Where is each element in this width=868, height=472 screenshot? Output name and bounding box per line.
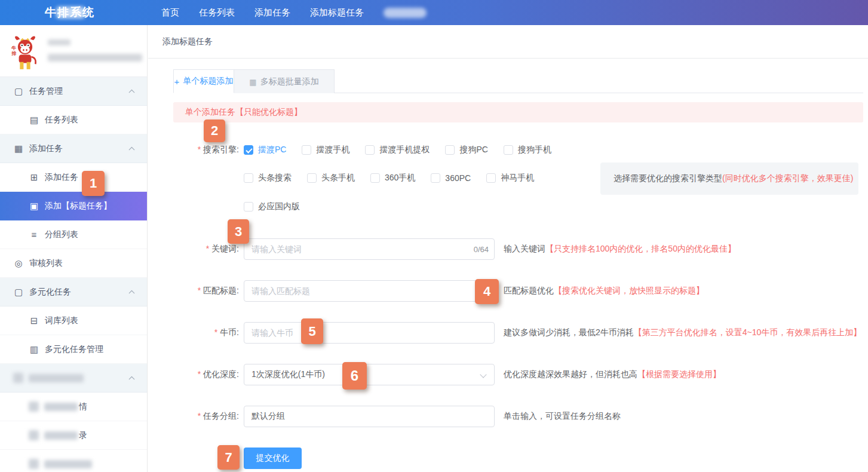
checkbox-icon	[486, 173, 496, 183]
task-group-hint: 单击输入，可设置任务分组名称	[504, 411, 621, 422]
title-task-icon	[29, 201, 39, 212]
chevron-up-icon	[129, 146, 135, 152]
user-info-blurred	[48, 36, 142, 76]
checkbox-360-pc[interactable]: 360PC	[431, 173, 471, 183]
callout-badge-7: 7	[217, 445, 240, 470]
sidebar-item-blurred-2[interactable]: 录	[0, 421, 147, 450]
checkbox-sogou-mobile[interactable]: 搜狗手机	[504, 145, 551, 155]
keyword-input[interactable]	[244, 238, 495, 260]
callout-badge-3: 3	[228, 219, 249, 244]
field-label-depth: *优化深度:	[173, 369, 239, 380]
batch-icon	[249, 77, 256, 87]
depth-select-value: 1次深度优化(1牛币)	[251, 369, 325, 380]
checkbox-checked-icon	[244, 145, 253, 155]
coin-input[interactable]	[244, 322, 495, 344]
sidebar-item-review-list[interactable]: 审核列表	[0, 249, 147, 278]
blurred-label	[44, 460, 92, 468]
submit-optimize-button[interactable]: 提交优化	[244, 448, 302, 469]
lexicon-icon	[29, 315, 39, 326]
keyword-row: *关键词: 0/64 输入关键词【只支持排名100内的优化，排名50内的优化最佳…	[173, 238, 868, 260]
sidebar-item-label: 任务列表	[45, 115, 78, 125]
sidebar-item-label-suffix: 录	[79, 430, 87, 441]
tab-label: 单个标题添加	[183, 76, 233, 87]
sidebar-group-label: 任务管理	[29, 86, 63, 97]
blurred-icon	[29, 459, 39, 469]
sidebar-menu: 任务管理 任务列表 添加任务 添加任务 添加【标题任务】	[0, 77, 147, 472]
nav-item-task-list[interactable]: 任务列表	[199, 7, 235, 19]
nav-item-add-title-task[interactable]: 添加标题任务	[310, 7, 364, 19]
blurred-icon	[29, 401, 39, 412]
checkbox-sogou-pc[interactable]: 搜狗PC	[445, 145, 487, 155]
match-title-input[interactable]	[244, 280, 495, 302]
sidebar-item-add-title-task[interactable]: 添加【标题任务】	[0, 192, 147, 220]
engine-hint-box: 选择需要优化的搜索引擎类型(同时优化多个搜索引擎，效果更佳)	[600, 163, 858, 195]
field-label-search-engine: *搜索引擎:	[173, 145, 239, 155]
tab-single-title-add[interactable]: 单个标题添加	[173, 69, 234, 93]
checkbox-icon	[365, 145, 375, 155]
checkbox-360-mobile[interactable]: 360手机	[370, 173, 415, 183]
match-title-row: *匹配标题: 匹配标题优化【搜索优化关键词，放快照显示的标题】	[173, 280, 868, 302]
sidebar-group-diverse-tasks[interactable]: 多元化任务	[0, 278, 147, 307]
sidebar-item-blurred-3[interactable]	[0, 450, 147, 472]
bull-mascot-logo: 牛 排	[10, 36, 41, 71]
page-header: 添加标题任务	[148, 25, 868, 59]
required-asterisk: *	[198, 286, 201, 295]
top-navbar: 牛排系统 首页 任务列表 添加任务 添加标题任务	[0, 0, 868, 25]
sidebar-item-label-suffix: 情	[79, 401, 87, 412]
checkbox-baidu-pc[interactable]: 摆渡PC	[244, 145, 286, 155]
match-title-hint: 匹配标题优化【搜索优化关键词，放快照显示的标题】	[504, 286, 704, 296]
checkbox-icon	[244, 173, 253, 183]
required-asterisk: *	[198, 369, 201, 379]
task-group-input[interactable]	[244, 406, 495, 427]
sidebar-item-task-list[interactable]: 任务列表	[0, 106, 147, 134]
sidebar-group-add-task[interactable]: 添加任务	[0, 134, 147, 163]
blurred-user-detail	[48, 54, 142, 62]
page-title: 添加标题任务	[162, 36, 213, 47]
svg-text:排: 排	[11, 51, 16, 56]
app-logo: 牛排系统	[45, 0, 95, 25]
sidebar-item-label: 分组列表	[45, 229, 78, 240]
task-group-row: *任务分组: 单击输入，可设置任务分组名称	[173, 406, 868, 427]
callout-badge-6: 6	[342, 362, 367, 390]
nav-item-home[interactable]: 首页	[161, 7, 179, 19]
depth-select[interactable]: 1次深度优化(1牛币)	[244, 364, 495, 385]
tab-label: 多标题批量添加	[260, 76, 319, 87]
task-list-icon	[29, 115, 39, 125]
sidebar-item-diverse-task-management[interactable]: 多元化任务管理	[0, 335, 147, 364]
sidebar-item-group-list[interactable]: 分组列表	[0, 220, 147, 249]
blurred-label	[44, 431, 78, 440]
checkbox-bing-cn[interactable]: 必应国内版	[244, 201, 300, 212]
sidebar-item-label: 添加【标题任务】	[45, 201, 112, 212]
sidebar-item-blurred-1[interactable]: 情	[0, 393, 147, 421]
sidebar-item-label: 审核列表	[29, 258, 63, 269]
chevron-up-icon	[129, 89, 135, 95]
coin-hint: 建议多做词少消耗，最低2牛币消耗【第三方平台优化排名，设置4~10牛币，有效果后…	[504, 327, 861, 338]
tab-batch-title-add[interactable]: 多标题批量添加	[234, 69, 335, 93]
sidebar-group-label: 多元化任务	[29, 287, 71, 298]
sidebar-item-add-task[interactable]: 添加任务	[0, 163, 147, 192]
blurred-nav-item	[384, 8, 427, 18]
search-engine-row-1: *搜索引擎: 摆渡PC 摆渡手机 摆渡手机提权	[173, 143, 868, 157]
sidebar-group-blurred[interactable]	[0, 364, 147, 393]
callout-badge-1: 1	[82, 171, 105, 196]
alert-text: 单个添加任务【只能优化标题】	[185, 107, 302, 118]
nav-item-add-task[interactable]: 添加任务	[254, 7, 290, 19]
blurred-icon	[13, 373, 23, 383]
blurred-icon	[29, 430, 39, 440]
blurred-label	[44, 403, 78, 411]
blurred-logo-region	[56, 7, 85, 19]
sidebar-item-label: 添加任务	[45, 172, 78, 183]
sidebar-group-label: 添加任务	[29, 143, 63, 154]
checkbox-icon	[370, 173, 380, 183]
checkbox-baidu-mobile[interactable]: 摆渡手机	[302, 145, 349, 155]
sidebar-group-task-management[interactable]: 任务管理	[0, 77, 147, 106]
sidebar-item-lexicon-list[interactable]: 词库列表	[0, 307, 147, 335]
folder-icon	[13, 86, 24, 97]
user-card: 牛 排	[0, 25, 147, 77]
checkbox-baidu-mobile-boost[interactable]: 摆渡手机提权	[365, 145, 430, 155]
checkbox-shenma-mobile[interactable]: 神马手机	[486, 173, 534, 183]
checkbox-toutiao-search[interactable]: 头条搜索	[244, 173, 292, 183]
checkbox-toutiao-mobile[interactable]: 头条手机	[307, 173, 355, 183]
checkbox-icon	[504, 145, 513, 155]
sidebar-item-label: 多元化任务管理	[45, 344, 103, 355]
